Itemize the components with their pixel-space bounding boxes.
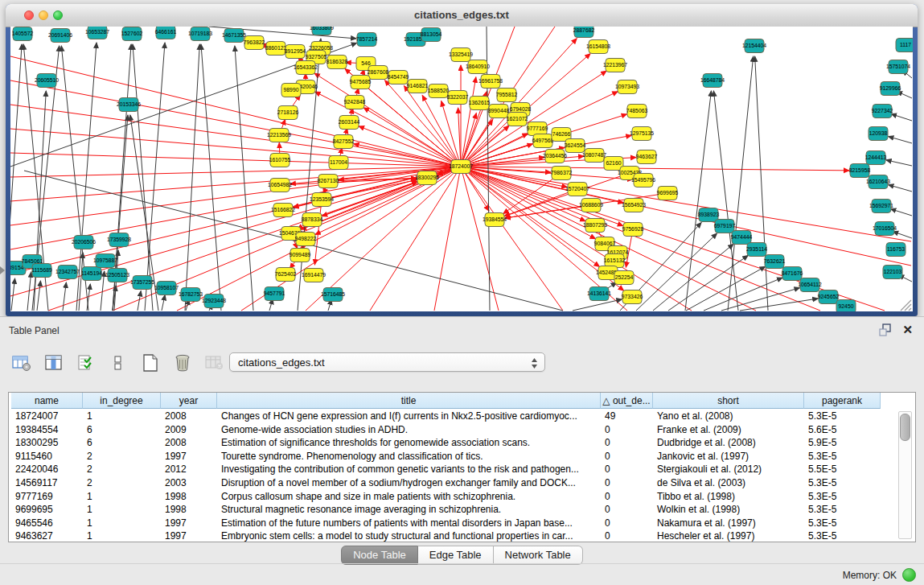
network-node[interactable]: 15692971 [869,200,893,213]
network-node[interactable]: 12923448 [202,295,226,308]
network-node[interactable]: 10654112 [798,278,822,292]
table-cell[interactable]: 2 [83,476,161,490]
table-cell[interactable]: 2009 [161,423,217,437]
network-node[interactable]: 16782753 [179,288,203,302]
network-node[interactable]: 16648784 [700,74,725,88]
network-node[interactable]: 120938 [869,127,888,141]
network-node[interactable]: 14671355 [222,29,246,43]
network-node[interactable]: 15751074 [886,60,910,74]
network-node[interactable]: 10807487 [582,149,606,163]
citation-edge-black[interactable] [728,56,754,311]
table-cell[interactable]: 1997 [161,450,217,463]
window-titlebar[interactable]: citations_edges.txt [6,4,918,27]
network-node[interactable]: 20153346 [117,98,141,112]
network-node[interactable]: 8454749 [388,71,409,84]
network-node[interactable]: 1362615 [469,97,491,110]
citation-edge-red[interactable] [461,167,911,266]
network-node[interactable]: 10653287 [85,27,109,39]
network-node[interactable]: 16961758 [478,75,503,89]
network-node[interactable]: 12154404 [742,39,766,53]
network-node[interactable]: 92450 [836,300,856,312]
network-node[interactable]: 10958107 [154,282,179,295]
control-panel-collapse-arrow[interactable] [0,266,5,274]
network-node[interactable]: 252254 [614,271,634,285]
table-cell[interactable]: de Silva et al. (2003) [653,476,804,490]
table-cell[interactable]: Yano et al. (2008) [653,410,804,423]
table-cell[interactable]: 0 [601,436,653,450]
network-node[interactable]: 9498222 [295,233,317,246]
network-node[interactable]: 9245652 [818,290,840,304]
network-node[interactable]: 1527602 [121,27,143,41]
citation-edge-black[interactable] [573,299,622,311]
network-node[interactable]: 1117 [896,39,913,52]
network-node[interactable]: 15654923 [622,199,646,212]
table-cell[interactable]: 2008 [161,436,217,450]
select-functions-icon[interactable] [76,352,97,373]
citation-edge-black[interactable] [636,233,717,311]
network-node[interactable]: 15716485 [321,288,345,302]
table-cell[interactable]: 1998 [161,490,217,504]
network-node[interactable]: 98990 [281,84,301,97]
network-node[interactable]: 9242848 [344,96,366,109]
column-header[interactable]: name [11,393,83,409]
network-node[interactable]: 8912954 [285,45,306,59]
table-cell[interactable]: 1 [83,503,161,517]
table-cell[interactable]: 19384554 [11,423,83,437]
table-cell[interactable]: 2008 [161,410,217,423]
network-node[interactable]: 14136141 [587,287,611,301]
network-node[interactable]: 9227342 [872,105,893,118]
network-node[interactable]: 1610755 [269,154,291,167]
network-node[interactable]: 2867608 [368,66,389,80]
table-cell[interactable]: 18300295 [11,436,83,450]
citation-edge-black[interactable] [11,278,15,311]
table-cell[interactable]: Wolkin et al. (1998) [653,503,804,517]
delete-rows-icon[interactable] [172,352,193,373]
citation-edge-black[interactable] [886,160,912,166]
citation-edge-black[interactable] [888,185,912,192]
network-node[interactable]: 7485063 [626,105,648,118]
network-node[interactable]: 7963822 [244,36,265,50]
network-node[interactable]: 8186328 [326,56,348,69]
table-cell[interactable]: 2012 [161,463,217,476]
network-node[interactable]: 8860123 [265,42,287,56]
network-node[interactable]: 1621072 [507,113,528,126]
network-node[interactable]: 15166822 [271,204,295,217]
citation-edge-red[interactable] [10,167,461,274]
table-cell[interactable]: 9463627 [11,529,83,542]
network-node[interactable]: 7955812 [496,89,518,102]
table-cell[interactable]: 5.3E-5 [804,476,881,490]
float-window-icon[interactable] [879,323,892,336]
column-chooser-icon[interactable] [43,352,64,373]
network-node[interactable]: 1405572 [12,27,34,41]
table-cell[interactable]: 1997 [161,529,217,542]
network-node[interactable]: 1615132 [604,254,626,268]
network-node[interactable]: 122103 [883,266,902,279]
table-cell[interactable]: 1997 [161,517,217,530]
network-node[interactable]: 9756928 [622,223,644,237]
network-node[interactable]: 10719183 [188,27,212,41]
citation-edge-black[interactable] [79,253,83,311]
network-node[interactable]: 17359928 [107,233,131,247]
network-node[interactable]: 18724007 [449,160,473,174]
table-cell[interactable]: 2 [83,450,161,463]
network-node[interactable]: 9457791 [264,287,285,301]
row-height-icon[interactable] [108,352,129,373]
network-node[interactable]: 2603144 [339,116,360,130]
table-cell[interactable]: 22420046 [11,463,83,476]
table-cell[interactable]: Estimation of significance thresholds fo… [217,436,601,450]
citation-edge-black[interactable] [37,281,40,311]
table-cell[interactable]: 5.3E-5 [804,529,881,542]
network-node[interactable]: 9733426 [622,290,643,304]
network-node[interactable]: 16210643 [866,175,890,189]
table-cell[interactable]: Genome-wide association studies in ADHD. [217,423,601,437]
table-cell[interactable]: Franke et al. (2009) [653,423,804,437]
citation-edge-red[interactable] [10,167,461,296]
network-node[interactable]: 7857214 [356,33,378,47]
column-header[interactable]: year [161,393,217,409]
network-node[interactable]: 12213967 [603,59,627,72]
table-cell[interactable]: 0 [601,476,653,490]
citation-edge-black[interactable] [890,209,912,216]
network-node[interactable]: 8322037 [447,91,469,105]
citation-edge-red[interactable] [461,117,513,167]
table-cell[interactable]: Embryonic stem cells: a model to study s… [217,529,601,542]
